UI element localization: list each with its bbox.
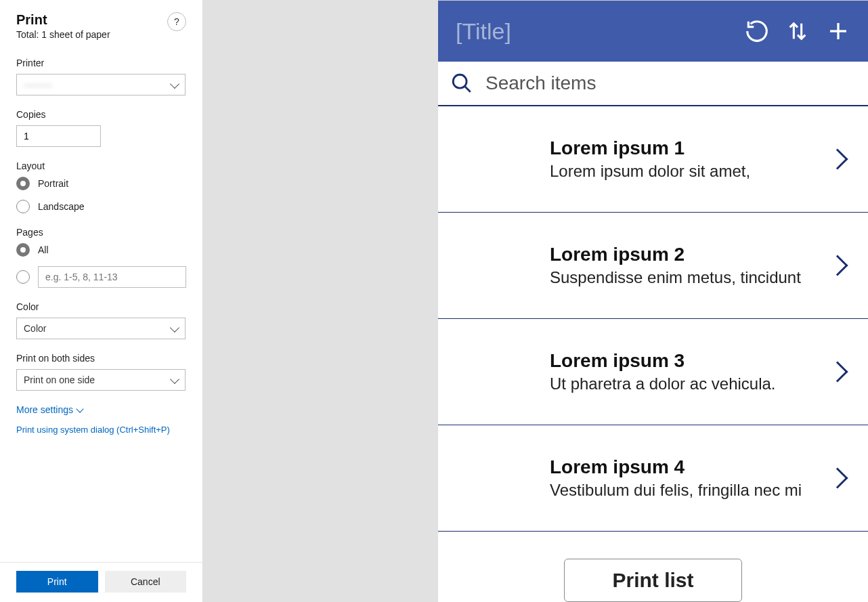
search-placeholder: Search items [485, 72, 596, 94]
print-header: Print Total: 1 sheet of paper ? [16, 12, 186, 40]
item-list: Lorem ipsum 1 Lorem ipsum dolor sit amet… [438, 106, 868, 602]
list-item[interactable]: Lorem ipsum 3 Ut pharetra a dolor ac veh… [438, 319, 868, 425]
print-subtitle: Total: 1 sheet of paper [16, 29, 186, 40]
print-title: Print [16, 12, 186, 28]
copies-input[interactable] [16, 125, 101, 147]
color-value: Color [24, 323, 46, 334]
plus-icon [826, 19, 850, 43]
layout-portrait-label: Portrait [38, 178, 68, 189]
app-title: [Title] [456, 18, 730, 45]
list-item-subtitle: Suspendisse enim metus, tincidunt [550, 268, 830, 287]
sort-button[interactable] [784, 18, 811, 45]
chevron-right-icon [827, 361, 848, 382]
cancel-button[interactable]: Cancel [105, 571, 187, 593]
sides-label: Print on both sides [16, 353, 186, 364]
more-settings-link[interactable]: More settings [16, 404, 186, 415]
radio-icon [16, 243, 30, 257]
pages-all-label: All [38, 244, 49, 255]
search-row[interactable]: Search items [438, 62, 868, 106]
list-item-title: Lorem ipsum 4 [550, 456, 830, 478]
printer-label: Printer [16, 58, 186, 68]
pages-custom-row[interactable] [16, 266, 186, 288]
chevron-right-icon [827, 148, 848, 169]
list-item-subtitle: Lorem ipsum dolor sit amet, [550, 162, 830, 181]
chevron-down-icon [170, 374, 179, 383]
layout-landscape-label: Landscape [38, 201, 85, 212]
list-item-text: Lorem ipsum 3 Ut pharetra a dolor ac veh… [550, 350, 830, 393]
color-select[interactable]: Color [16, 318, 186, 339]
chevron-right-icon [827, 467, 848, 488]
more-settings-label: More settings [16, 404, 73, 415]
list-item-text: Lorem ipsum 4 Vestibulum dui felis, frin… [550, 456, 830, 500]
sort-icon [786, 18, 809, 44]
list-item-title: Lorem ipsum 3 [550, 350, 830, 372]
pages-range-input[interactable] [38, 266, 186, 288]
app-header: [Title] [438, 1, 868, 62]
help-button[interactable]: ? [167, 12, 186, 31]
layout-landscape-row[interactable]: Landscape [16, 200, 186, 213]
svg-point-4 [453, 74, 466, 88]
layout-label: Layout [16, 160, 186, 171]
refresh-icon [744, 18, 770, 44]
layout-portrait-row[interactable]: Portrait [16, 177, 186, 190]
pages-label: Pages [16, 227, 186, 238]
search-icon [450, 72, 473, 95]
list-item[interactable]: Lorem ipsum 4 Vestibulum dui felis, frin… [438, 425, 868, 532]
print-preview-background [203, 0, 438, 602]
list-item-subtitle: Ut pharetra a dolor ac vehicula. [550, 374, 830, 393]
print-list-button[interactable]: Print list [564, 559, 741, 602]
sides-select[interactable]: Print on one side [16, 369, 186, 391]
copies-label: Copies [16, 109, 186, 120]
list-item-title: Lorem ipsum 2 [550, 244, 830, 265]
print-list-wrap: Print list [438, 532, 868, 602]
color-label: Color [16, 301, 186, 312]
print-panel: Print Total: 1 sheet of paper ? Printer … [0, 0, 203, 602]
refresh-button[interactable] [743, 18, 771, 45]
radio-icon [16, 200, 30, 213]
list-item[interactable]: Lorem ipsum 2 Suspendisse enim metus, ti… [438, 213, 868, 319]
app-preview: [Title] Search items [438, 0, 868, 602]
chevron-down-icon [170, 79, 179, 88]
chevron-down-icon [76, 405, 83, 412]
print-panel-body: Print Total: 1 sheet of paper ? Printer … [0, 0, 202, 562]
radio-icon [16, 177, 30, 190]
list-item-subtitle: Vestibulum dui felis, fringilla nec mi [550, 481, 830, 500]
list-item[interactable]: Lorem ipsum 1 Lorem ipsum dolor sit amet… [438, 106, 868, 213]
list-item-text: Lorem ipsum 1 Lorem ipsum dolor sit amet… [550, 137, 830, 181]
list-item-text: Lorem ipsum 2 Suspendisse enim metus, ti… [550, 244, 830, 287]
list-item-title: Lorem ipsum 1 [550, 137, 830, 159]
printer-select[interactable]: ——— [16, 74, 186, 95]
help-icon: ? [174, 16, 179, 27]
add-button[interactable] [825, 18, 852, 45]
system-dialog-link[interactable]: Print using system dialog (Ctrl+Shift+P) [16, 425, 170, 435]
print-button[interactable]: Print [16, 571, 98, 593]
printer-value: ——— [24, 79, 52, 90]
radio-icon [16, 270, 30, 284]
chevron-right-icon [827, 255, 848, 276]
chevron-down-icon [170, 322, 179, 332]
pages-all-row[interactable]: All [16, 243, 186, 257]
svg-line-5 [464, 86, 471, 92]
print-footer: Print Cancel [0, 562, 202, 602]
sides-value: Print on one side [24, 374, 95, 385]
